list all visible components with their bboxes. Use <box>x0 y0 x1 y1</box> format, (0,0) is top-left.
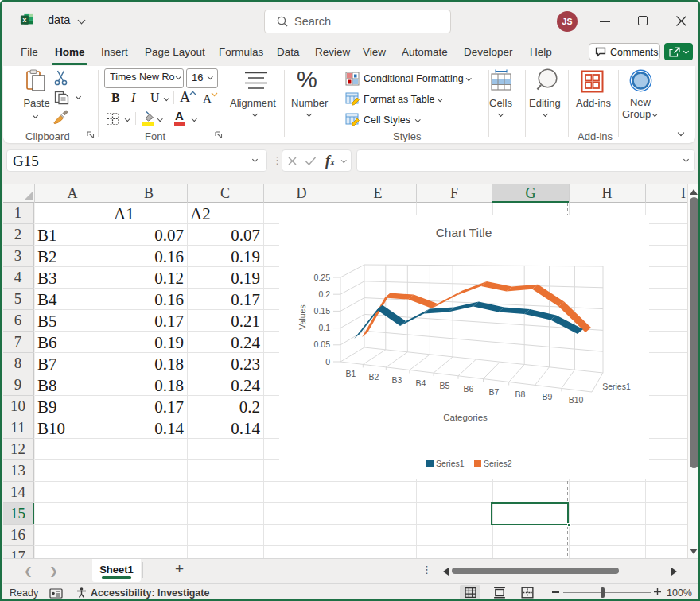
svg-text:0.2: 0.2 <box>318 289 330 299</box>
svg-text:Series1: Series1 <box>602 382 631 391</box>
svg-text:B2: B2 <box>369 372 379 382</box>
svg-text:Categories: Categories <box>443 413 488 422</box>
svg-text:Values: Values <box>298 304 307 329</box>
svg-text:0: 0 <box>325 357 330 366</box>
svg-text:B3: B3 <box>392 375 402 385</box>
svg-text:Series2: Series2 <box>484 459 512 468</box>
svg-text:B5: B5 <box>440 381 450 390</box>
svg-text:B1: B1 <box>346 369 356 378</box>
svg-text:B9: B9 <box>542 392 553 401</box>
svg-text:0.15: 0.15 <box>314 306 331 316</box>
svg-text:B10: B10 <box>569 395 584 405</box>
svg-text:B6: B6 <box>464 384 474 394</box>
svg-text:0.1: 0.1 <box>318 323 330 332</box>
svg-text:B4: B4 <box>416 378 426 388</box>
svg-text:Chart Title: Chart Title <box>436 226 492 239</box>
svg-text:0.25: 0.25 <box>314 273 331 282</box>
svg-text:x: x <box>22 16 26 24</box>
svg-text:0.05: 0.05 <box>314 339 331 349</box>
svg-text:B8: B8 <box>515 390 526 399</box>
svg-text:Series1: Series1 <box>436 459 465 468</box>
svg-text:B7: B7 <box>489 387 500 397</box>
